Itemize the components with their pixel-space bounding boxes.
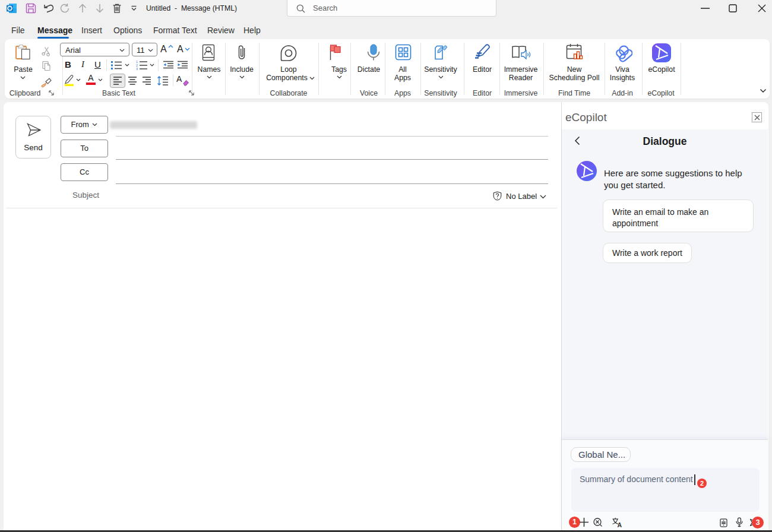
svg-text:A: A xyxy=(618,521,622,528)
svg-text:3: 3 xyxy=(136,67,138,70)
